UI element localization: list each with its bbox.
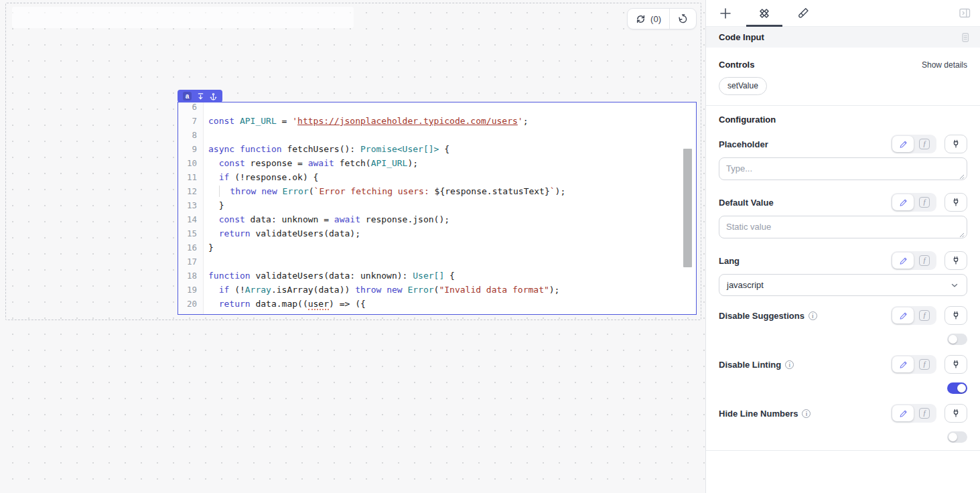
js-mode-button[interactable]: f <box>914 307 935 324</box>
prop-label-placeholder: Placeholder <box>719 139 768 149</box>
widget-name-tag[interactable]: a <box>178 90 222 102</box>
tab-add[interactable] <box>706 0 745 26</box>
bind-data-button[interactable] <box>944 355 967 374</box>
code-line: 6 <box>178 102 696 114</box>
prop-row-default-value: Default Value f <box>719 193 967 241</box>
prop-row-disable-linting: Disable Lintingi f <box>719 355 967 394</box>
function-icon: f <box>919 359 930 370</box>
arrow-down-from-bar-icon[interactable] <box>197 92 204 100</box>
edit-mode-button[interactable] <box>892 405 914 421</box>
value-mode-segment: f <box>891 404 936 423</box>
bind-data-button[interactable] <box>944 306 967 325</box>
edit-mode-button[interactable] <box>892 307 914 324</box>
value-mode-segment: f <box>891 193 936 212</box>
editor-scrollbar[interactable] <box>683 149 692 267</box>
function-icon: f <box>919 139 930 149</box>
app-window: (0) a <box>0 0 980 493</box>
code-editor-content[interactable]: 67const API_URL = 'https://jsonplacehold… <box>178 102 696 314</box>
lang-select-value: javascript <box>727 280 764 290</box>
history-button[interactable] <box>670 9 696 29</box>
chevron-down-icon <box>950 281 959 290</box>
document-icon[interactable] <box>960 32 971 43</box>
function-icon: f <box>919 408 930 419</box>
js-mode-button[interactable]: f <box>914 194 935 210</box>
bind-data-button[interactable] <box>944 135 967 153</box>
function-icon: f <box>919 255 930 266</box>
show-details-link[interactable]: Show details <box>922 60 967 70</box>
refresh-icon <box>636 14 646 24</box>
prop-label-lang: Lang <box>719 256 740 266</box>
canvas[interactable]: (0) a <box>0 0 705 493</box>
hide-line-numbers-toggle[interactable] <box>947 431 967 443</box>
prop-row-placeholder: Placeholder f <box>719 135 967 183</box>
prop-label-disable-suggestions: Disable Suggestionsi <box>719 311 817 321</box>
controls-heading: Controls <box>719 60 754 70</box>
edit-mode-button[interactable] <box>892 356 914 372</box>
code-line: 15 return validateUsers(data); <box>178 226 696 240</box>
js-mode-button[interactable]: f <box>914 136 935 152</box>
prop-label-disable-linting: Disable Lintingi <box>719 360 794 370</box>
code-line: 8 <box>178 128 696 142</box>
edit-mode-button[interactable] <box>892 136 914 152</box>
anchor-icon[interactable] <box>210 92 217 100</box>
setvalue-control-chip[interactable]: setValue <box>719 77 767 95</box>
bind-data-button[interactable] <box>944 251 967 270</box>
code-line: 9async function fetchUsers(): Promise<Us… <box>178 142 696 156</box>
disable-suggestions-toggle[interactable] <box>947 334 967 345</box>
history-icon <box>678 14 688 24</box>
info-icon[interactable]: i <box>802 409 811 418</box>
code-line: 20 return data.map((user) => ({ <box>178 297 696 311</box>
code-line: 10 const response = await fetch(API_URL)… <box>178 156 696 170</box>
code-input-widget[interactable]: a 67const API_URL = 'https://jsonplaceho… <box>178 102 697 315</box>
edit-mode-button[interactable] <box>892 253 914 269</box>
widget-letter-badge: a <box>183 92 192 100</box>
code-line: 11 if (!response.ok) { <box>178 170 696 184</box>
code-line: 17 <box>178 255 696 269</box>
bind-data-button[interactable] <box>944 193 967 212</box>
panel-tabs <box>706 0 980 27</box>
divider <box>706 105 980 106</box>
function-icon: f <box>919 197 930 208</box>
js-mode-button[interactable]: f <box>914 405 935 421</box>
divider <box>706 450 980 451</box>
code-line: 12 throw new Error(`Error fetching users… <box>178 184 696 198</box>
placeholder-input[interactable] <box>719 157 967 180</box>
empty-drop-zone <box>12 7 354 28</box>
code-line: 18function validateUsers(data: unknown):… <box>178 269 696 283</box>
info-icon[interactable]: i <box>785 360 794 369</box>
code-line: 7const API_URL = 'https://jsonplaceholde… <box>178 114 696 128</box>
value-mode-segment: f <box>891 251 936 270</box>
js-mode-button[interactable]: f <box>914 253 935 269</box>
tab-style[interactable] <box>784 0 823 26</box>
prop-label-default-value: Default Value <box>719 198 774 208</box>
prop-row-hide-line-numbers: Hide Line Numbersi f <box>719 404 967 443</box>
lang-select[interactable]: javascript <box>719 274 967 296</box>
function-icon: f <box>919 310 930 321</box>
rerun-button[interactable]: (0) <box>628 9 669 29</box>
value-mode-segment: f <box>891 355 936 374</box>
code-editor[interactable]: 67const API_URL = 'https://jsonplacehold… <box>178 102 696 314</box>
widget-header-bar: Code Input <box>706 27 980 48</box>
prop-label-hide-line-numbers: Hide Line Numbersi <box>719 409 811 419</box>
code-line: 19 if (!Array.isArray(data)) throw new E… <box>178 283 696 297</box>
code-line: 16} <box>178 240 696 255</box>
info-icon[interactable]: i <box>809 311 817 320</box>
prop-row-lang: Lang f javascript <box>719 251 967 296</box>
widget-title: Code Input <box>719 32 764 42</box>
code-line: 13 } <box>178 198 696 212</box>
rerun-count: (0) <box>650 14 661 24</box>
code-line: 14 const data: unknown = await response.… <box>178 212 696 226</box>
edit-mode-button[interactable] <box>892 194 914 210</box>
default-value-input[interactable] <box>719 216 967 238</box>
collapse-panel-icon[interactable] <box>949 0 980 26</box>
disable-linting-toggle[interactable] <box>947 382 967 394</box>
tab-widgets[interactable] <box>745 0 784 26</box>
property-panel: Code Input Controls Show details setValu… <box>705 0 980 493</box>
js-mode-button[interactable]: f <box>914 356 935 372</box>
value-mode-segment: f <box>891 135 936 153</box>
prop-row-disable-suggestions: Disable Suggestionsi f <box>719 306 967 345</box>
value-mode-segment: f <box>891 306 936 325</box>
bind-data-button[interactable] <box>944 404 967 423</box>
configuration-heading: Configuration <box>719 115 967 125</box>
code-line: 21 id: Number(user.id), <box>178 311 696 314</box>
